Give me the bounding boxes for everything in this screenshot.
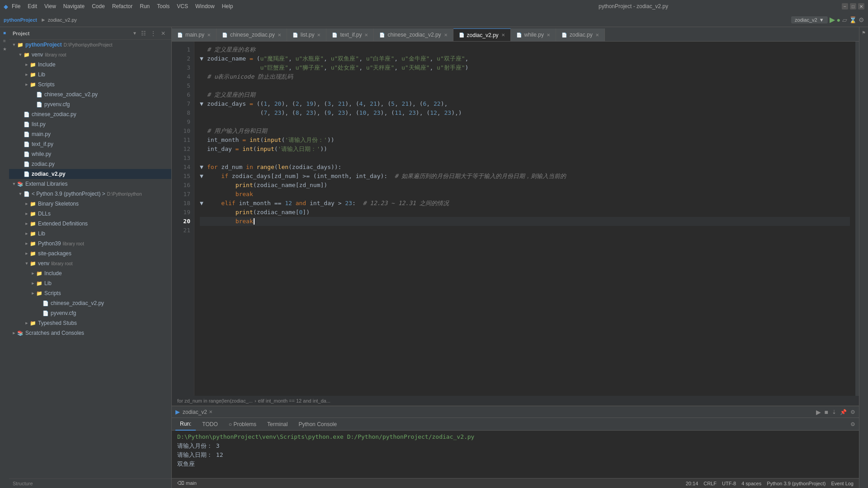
code-line-6[interactable]: # 定义星座的日期 xyxy=(200,90,850,99)
tab-main-py[interactable]: 📄 main.py ✕ xyxy=(172,28,217,41)
tab-zodiac-close[interactable]: ✕ xyxy=(595,33,599,38)
tab-zodiac-v2-py[interactable]: 📄 zodiac_v2.py ✕ xyxy=(453,28,511,41)
tree-lib[interactable]: ► 📁 Lib xyxy=(9,70,171,80)
scroll-end-button[interactable]: ⇣ xyxy=(832,409,836,415)
code-line-18[interactable]: ▼ elif int_month == 12 and int_day > 23 … xyxy=(200,199,850,208)
code-line-12[interactable]: int_day = int ( input ( '请输入日期：' )) xyxy=(200,145,850,154)
code-area[interactable]: # 定义星座的名称 ▼ zodiac_name = ( u"魔羯座" , u"水… xyxy=(194,42,855,396)
tab-chinese-zodiac-py[interactable]: 📄 chinese_zodiac.py ✕ xyxy=(217,28,287,41)
menu-refactor[interactable]: Refactor xyxy=(108,2,136,10)
code-line-16[interactable]: print (zodiac_name[zd_num]) xyxy=(200,181,850,190)
tree-sdk-czv2[interactable]: ► 📄 chinese_zodiac_v2.py xyxy=(9,298,171,308)
menu-file[interactable]: File xyxy=(8,2,24,10)
settings-icon[interactable]: ⚙ xyxy=(850,409,855,415)
code-line-5[interactable] xyxy=(200,81,850,90)
maximize-button[interactable]: □ xyxy=(850,3,856,9)
minimize-button[interactable]: − xyxy=(842,3,848,9)
tree-while[interactable]: ► 📄 while.py xyxy=(9,149,171,159)
tab-while-py[interactable]: 📄 while.py ✕ xyxy=(511,28,556,41)
run-tab-close[interactable]: ✕ xyxy=(209,409,212,414)
notification-icon[interactable]: ⚑ xyxy=(860,29,868,36)
tree-sdk-pyvenv[interactable]: ► 📄 pyvenv.cfg xyxy=(9,308,171,318)
tab-text-if-py[interactable]: 📄 text_if.py ✕ xyxy=(326,28,374,41)
menu-run[interactable]: Run xyxy=(136,2,153,10)
line-ending[interactable]: CRLF xyxy=(703,481,717,486)
tab-cz-close[interactable]: ✕ xyxy=(278,33,281,38)
structure-panel-toggle[interactable]: Structure xyxy=(9,479,171,488)
tab-textif-close[interactable]: ✕ xyxy=(364,33,368,38)
favorites-icon[interactable]: ★ xyxy=(1,45,8,52)
code-line-2[interactable]: ▼ zodiac_name = ( u"魔羯座" , u"水瓶座" , u"双鱼… xyxy=(200,54,850,63)
tree-sdk-venv-include[interactable]: ► 📁 Include xyxy=(9,268,171,278)
panel-dropdown-icon[interactable]: ▼ xyxy=(132,31,137,36)
panel-gear-icon[interactable]: ⚙ xyxy=(850,421,855,427)
tree-extended-definitions[interactable]: ► 📁 Extended Definitions xyxy=(9,219,171,229)
code-line-9[interactable] xyxy=(200,117,850,127)
tree-sdk-venv-scripts[interactable]: ► 📁 Scripts xyxy=(9,288,171,298)
tree-main[interactable]: ► 📄 main.py xyxy=(9,129,171,139)
tree-scratches[interactable]: ► 📚 Scratches and Consoles xyxy=(9,328,171,338)
menu-help[interactable]: Help xyxy=(218,2,237,10)
collapse-all-button[interactable]: ☷ xyxy=(139,29,148,38)
vertical-scrollbar[interactable] xyxy=(855,42,859,396)
menu-tools[interactable]: Tools xyxy=(153,2,173,10)
code-line-14[interactable]: ▼ for zd_num in range ( len (zodiac_days… xyxy=(200,163,850,172)
code-line-15[interactable]: ▼ if zodiac_days[zd_num] >= (int_month, … xyxy=(200,172,850,181)
tab-list-py[interactable]: 📄 list.py ✕ xyxy=(287,28,327,41)
panel-settings-button[interactable]: ⋮ xyxy=(149,29,158,38)
tree-external-libs[interactable]: ▼ 📚 External Libraries xyxy=(9,179,171,189)
stop-button[interactable]: ■ xyxy=(825,408,828,416)
tree-sdk-venv-lib[interactable]: ► 📁 Lib xyxy=(9,278,171,288)
tree-python39-sdk[interactable]: ▼ 📄 < Python 3.9 (pythonProject) > D:\Py… xyxy=(9,189,171,199)
code-line-11[interactable]: int_month = int ( input ( '请输入月份：' )) xyxy=(200,136,850,145)
pin-button[interactable]: 📌 xyxy=(840,409,847,415)
debug-button[interactable]: ● xyxy=(837,16,840,23)
tree-sdk-venv[interactable]: ▼ 📁 venv library root xyxy=(9,258,171,268)
tree-typeshed-stubs[interactable]: ► 📁 Typeshed Stubs xyxy=(9,318,171,328)
event-log[interactable]: Event Log xyxy=(831,481,854,486)
project-icon[interactable]: ■ xyxy=(1,29,8,36)
tree-chinese-zodiac-v2[interactable]: ► 📄 chinese_zodiac_v2.py xyxy=(9,89,171,99)
tree-zodiac-v2[interactable]: ► 📄 zodiac_v2.py xyxy=(9,169,171,179)
tree-text-if[interactable]: ► 📄 text_if.py xyxy=(9,139,171,149)
bottom-tab-problems[interactable]: ○ Problems xyxy=(224,418,261,431)
code-line-3[interactable]: u"巨蟹座" , u"狮子座" , u"处女座" , u"天秤座" , u"天蝎… xyxy=(200,63,850,72)
git-icon[interactable]: ⌫ main xyxy=(177,480,197,486)
rerun-button[interactable]: ▶ xyxy=(816,408,821,416)
menu-edit[interactable]: Edit xyxy=(24,2,41,10)
code-line-10[interactable]: # 用户输入月份和日期 xyxy=(200,127,850,136)
coverage-button[interactable]: ▱ xyxy=(842,16,847,23)
tree-zodiac[interactable]: ► 📄 zodiac.py xyxy=(9,159,171,169)
tab-chinese-zodiac-v2-py[interactable]: 📄 chinese_zodiac_v2.py ✕ xyxy=(374,28,453,41)
code-line-21[interactable] xyxy=(200,226,850,235)
code-line-13[interactable] xyxy=(200,154,850,163)
tree-dlls[interactable]: ► 📁 DLLs xyxy=(9,209,171,219)
code-line-8[interactable]: ( 7 , 23 ), ( 8 , 23 ), ( 9 , 23 ), ( 10… xyxy=(200,108,850,117)
tab-czv2-close[interactable]: ✕ xyxy=(444,33,448,38)
menu-window[interactable]: Window xyxy=(192,2,218,10)
tab-list-close[interactable]: ✕ xyxy=(317,33,321,38)
panel-close-button[interactable]: ✕ xyxy=(159,29,168,38)
run-config-selector[interactable]: zodiac_v2 ▼ xyxy=(791,16,827,23)
bottom-tab-run[interactable]: Run: xyxy=(175,418,196,431)
profile-button[interactable]: ⌛ xyxy=(849,16,857,23)
menu-vcs[interactable]: VCS xyxy=(173,2,192,10)
code-line-4[interactable]: # u表示unicode 防止出现乱码 xyxy=(200,72,850,81)
menu-code[interactable]: Code xyxy=(88,2,108,10)
tree-site-packages[interactable]: ► 📁 site-packages xyxy=(9,249,171,258)
tab-zodiacv2-close[interactable]: ✕ xyxy=(501,33,505,38)
run-button[interactable]: ▶ xyxy=(830,15,835,24)
bottom-tab-todo[interactable]: TODO xyxy=(198,418,222,431)
indent-setting[interactable]: 4 spaces xyxy=(741,481,761,486)
code-line-20[interactable]: break xyxy=(200,217,850,226)
python-version[interactable]: Python 3.9 (pythonProject) xyxy=(767,481,826,486)
tab-main-close[interactable]: ✕ xyxy=(207,33,211,38)
tree-scripts[interactable]: ► 📁 Scripts xyxy=(9,80,171,89)
tree-python39[interactable]: ► 📁 Python39 library root xyxy=(9,239,171,249)
tab-while-close[interactable]: ✕ xyxy=(547,33,550,38)
tree-sdk-lib[interactable]: ► 📁 Lib xyxy=(9,229,171,239)
menu-view[interactable]: View xyxy=(41,2,60,10)
tab-zodiac-py[interactable]: 📄 zodiac.py ✕ xyxy=(556,28,605,41)
settings-button[interactable]: ⚙ xyxy=(859,16,864,23)
code-line-7[interactable]: ▼ zodiac_days = (( 1 , 20 ), ( 2 , 19 ),… xyxy=(200,99,850,108)
